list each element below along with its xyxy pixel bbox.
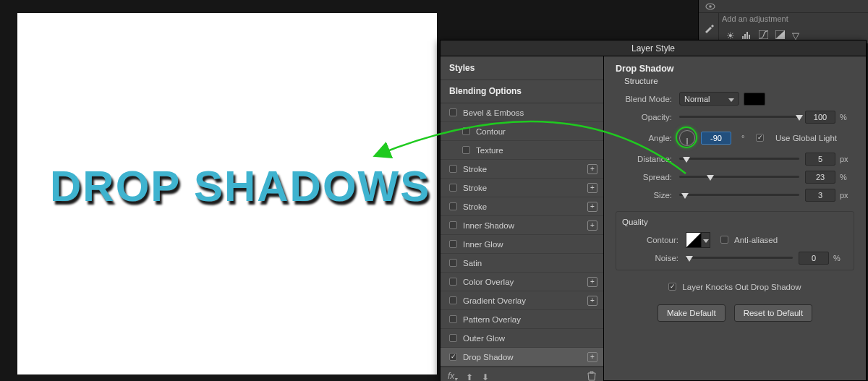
anti-aliased-label: Anti-aliased	[734, 236, 778, 244]
opacity-label: Opacity:	[616, 113, 679, 121]
style-label: Gradient Overlay	[463, 296, 526, 305]
angle-value[interactable]: -90	[701, 132, 731, 145]
spread-value[interactable]: 23	[805, 171, 835, 184]
checkbox[interactable]	[449, 315, 457, 323]
checkbox[interactable]	[449, 184, 457, 192]
knockout-label: Layer Knocks Out Drop Shadow	[682, 283, 801, 291]
distance-value[interactable]: 5	[805, 153, 835, 166]
add-icon[interactable]: +	[587, 296, 597, 306]
add-icon[interactable]: +	[587, 221, 597, 231]
styles-list: Styles Blending Options Bevel & Emboss C…	[441, 56, 604, 381]
style-inner-glow[interactable]: Inner Glow	[441, 235, 603, 254]
svg-rect-2	[742, 36, 744, 39]
checkbox[interactable]	[449, 221, 457, 229]
size-slider[interactable]	[679, 190, 799, 200]
checkbox[interactable]	[449, 353, 457, 361]
style-stroke-2[interactable]: Stroke+	[441, 179, 603, 197]
blending-options[interactable]: Blending Options	[441, 80, 603, 103]
knockout-checkbox[interactable]	[668, 283, 676, 291]
noise-slider[interactable]	[686, 253, 793, 263]
checkbox[interactable]	[449, 165, 457, 173]
style-color-overlay[interactable]: Color Overlay+	[441, 273, 603, 291]
style-label: Inner Shadow	[463, 221, 514, 230]
structure-label: Structure	[624, 77, 854, 85]
contour-picker[interactable]	[686, 232, 702, 248]
adjustments-panel: Add an adjustment ☀ ▽	[698, 0, 868, 43]
style-satin[interactable]: Satin	[441, 254, 603, 273]
style-drop-shadow[interactable]: Drop Shadow+	[441, 348, 603, 367]
style-stroke-3[interactable]: Stroke+	[441, 197, 603, 216]
add-icon[interactable]: +	[587, 277, 597, 287]
svg-point-1	[709, 5, 712, 8]
style-pattern-overlay[interactable]: Pattern Overlay	[441, 310, 603, 329]
style-contour[interactable]: Contour	[441, 122, 603, 141]
checkbox[interactable]	[462, 146, 470, 154]
style-label: Stroke	[463, 165, 487, 174]
svg-rect-3	[744, 34, 746, 39]
style-stroke-1[interactable]: Stroke+	[441, 160, 603, 179]
style-gradient-overlay[interactable]: Gradient Overlay+	[441, 291, 603, 310]
quality-label: Quality	[622, 218, 848, 226]
dialog-title: Layer Style	[441, 40, 866, 56]
checkbox[interactable]	[449, 259, 457, 267]
chevron-down-icon	[703, 236, 709, 244]
move-up-icon[interactable]: ⬆	[466, 372, 473, 382]
canvas-text-layer[interactable]: DROP SHADOWS	[50, 161, 430, 211]
blend-mode-select[interactable]: Normal	[679, 92, 739, 106]
move-down-icon[interactable]: ⬇	[482, 372, 489, 382]
global-light-checkbox[interactable]	[756, 134, 764, 142]
unit: px	[840, 155, 854, 163]
fx-footer: fx▾ ⬆ ⬇	[441, 367, 603, 381]
style-inner-shadow[interactable]: Inner Shadow+	[441, 216, 603, 235]
anti-aliased-checkbox[interactable]	[720, 236, 728, 244]
checkbox[interactable]	[449, 296, 457, 304]
checkbox[interactable]	[449, 278, 457, 286]
size-label: Size:	[616, 191, 679, 200]
style-label: Texture	[476, 146, 503, 155]
style-outer-glow[interactable]: Outer Glow	[441, 329, 603, 348]
checkbox[interactable]	[449, 334, 457, 342]
style-label: Outer Glow	[463, 334, 505, 343]
make-default-button[interactable]: Make Default	[658, 304, 726, 322]
trash-icon[interactable]	[587, 371, 596, 381]
layer-style-dialog: Layer Style Styles Blending Options Beve…	[440, 40, 867, 381]
reset-default-button[interactable]: Reset to Default	[734, 304, 812, 322]
style-label: Stroke	[463, 184, 487, 192]
color-swatch[interactable]	[744, 93, 765, 106]
style-label: Contour	[476, 127, 506, 136]
global-light-label: Use Global Light	[775, 134, 837, 142]
checkbox[interactable]	[462, 127, 470, 135]
distance-slider[interactable]	[679, 154, 799, 164]
distance-label: Distance:	[616, 155, 679, 163]
unit: °	[741, 134, 747, 142]
adjustments-header: Add an adjustment	[699, 13, 868, 27]
style-label: Bevel & Emboss	[463, 108, 524, 117]
spread-label: Spread:	[616, 173, 679, 181]
styles-header[interactable]: Styles	[441, 56, 603, 80]
size-value[interactable]: 3	[805, 189, 835, 202]
add-icon[interactable]: +	[587, 164, 597, 174]
add-icon[interactable]: +	[587, 352, 597, 362]
section-title: Drop Shadow	[616, 64, 854, 74]
svg-rect-4	[746, 32, 748, 39]
brush-icon[interactable]	[699, 13, 719, 43]
angle-dial[interactable]	[679, 130, 695, 146]
checkbox[interactable]	[449, 202, 457, 210]
opacity-value[interactable]: 100	[805, 111, 835, 124]
opacity-slider[interactable]	[679, 112, 799, 122]
add-icon[interactable]: +	[587, 202, 597, 212]
fx-menu[interactable]: fx▾	[448, 371, 457, 381]
checkbox[interactable]	[449, 240, 457, 248]
style-texture[interactable]: Texture	[441, 141, 603, 160]
noise-value[interactable]: 0	[799, 252, 829, 265]
unit: %	[840, 173, 854, 181]
checkbox[interactable]	[449, 108, 457, 116]
add-icon[interactable]: +	[587, 183, 597, 193]
eye-icon[interactable]	[702, 0, 718, 13]
document-canvas[interactable]: DROP SHADOWS	[17, 13, 437, 374]
noise-label: Noise:	[622, 254, 686, 262]
style-label: Drop Shadow	[463, 353, 514, 361]
style-bevel-emboss[interactable]: Bevel & Emboss	[441, 103, 603, 122]
spread-slider[interactable]	[679, 172, 799, 182]
contour-dropdown[interactable]	[702, 232, 710, 248]
